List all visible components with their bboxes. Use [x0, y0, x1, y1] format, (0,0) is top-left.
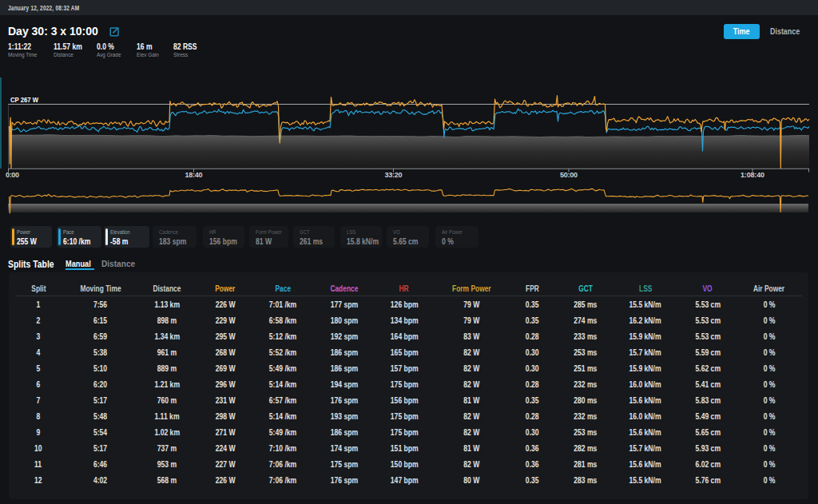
svg-text:0:00: 0:00 — [6, 171, 19, 179]
svg-text:18:40: 18:40 — [185, 171, 203, 179]
svg-text:CP 267 W: CP 267 W — [10, 95, 38, 104]
svg-text:50:00: 50:00 — [560, 171, 578, 179]
svg-text:1:08:40: 1:08:40 — [741, 171, 764, 179]
svg-text:33:20: 33:20 — [385, 171, 403, 179]
